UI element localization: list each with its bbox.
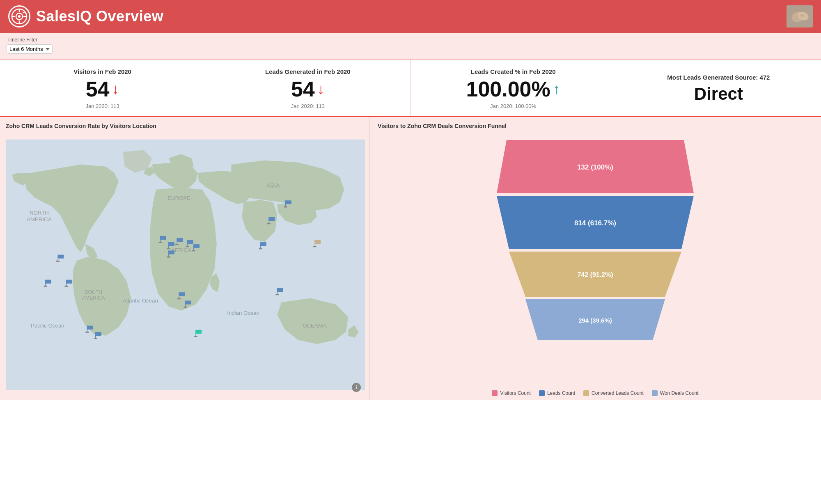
legend-label-visitors: Visitors Count bbox=[500, 390, 530, 396]
svg-rect-30 bbox=[67, 280, 72, 284]
svg-rect-42 bbox=[169, 242, 174, 246]
map-panel: Zoho CRM Leads Conversion Rate by Visito… bbox=[0, 117, 369, 400]
svg-rect-47 bbox=[175, 244, 179, 245]
svg-rect-38 bbox=[94, 338, 97, 339]
svg-text:AMERICA: AMERICA bbox=[82, 295, 105, 301]
leads-pct-trend-up-icon: ↑ bbox=[553, 82, 560, 96]
svg-text:132 (100%): 132 (100%) bbox=[577, 163, 613, 171]
legend-leads: Leads Count bbox=[539, 390, 575, 396]
svg-text:814 (616.7%): 814 (616.7%) bbox=[574, 219, 616, 227]
leads-trend-down-icon: ↓ bbox=[317, 82, 325, 96]
funnel-title: Visitors to Zoho CRM Deals Conversion Fu… bbox=[378, 123, 813, 129]
kpi-top-source: Most Leads Generated Source: 472 Direct bbox=[616, 60, 821, 116]
info-icon[interactable]: i bbox=[352, 383, 361, 392]
svg-text:Indian Ocean: Indian Ocean bbox=[227, 310, 259, 316]
map-container: Pacific Ocean Atlantic Ocean Indian Ocea… bbox=[6, 133, 365, 396]
svg-rect-66 bbox=[269, 217, 275, 221]
kpi-visitors: Visitors in Feb 2020 54 ↓ Jan 2020: 113 bbox=[0, 60, 205, 116]
kpi-visitors-sub: Jan 2020: 113 bbox=[85, 103, 119, 109]
map-title: Zoho CRM Leads Conversion Rate by Visito… bbox=[6, 123, 365, 129]
legend-label-converted: Converted Leads Count bbox=[592, 390, 644, 396]
world-map-svg: Pacific Ocean Atlantic Ocean Indian Ocea… bbox=[6, 133, 365, 396]
kpi-leads-pct-title: Leads Created % in Feb 2020 bbox=[471, 68, 556, 75]
svg-rect-63 bbox=[196, 330, 202, 334]
svg-rect-54 bbox=[169, 250, 174, 254]
kpi-leads-title: Leads Generated in Feb 2020 bbox=[265, 68, 351, 75]
svg-rect-60 bbox=[186, 301, 191, 305]
svg-rect-57 bbox=[179, 292, 185, 296]
bottom-section: Zoho CRM Leads Conversion Rate by Visito… bbox=[0, 117, 821, 400]
legend-won: Won Deals Count bbox=[652, 390, 699, 396]
svg-point-2 bbox=[18, 15, 21, 18]
svg-rect-74 bbox=[284, 206, 287, 208]
svg-text:ASIA: ASIA bbox=[266, 182, 280, 189]
kpi-leads-pct: Leads Created % in Feb 2020 100.00% ↑ Ja… bbox=[411, 60, 616, 116]
funnel-segment-1: 132 (100%) bbox=[378, 140, 813, 193]
svg-rect-48 bbox=[188, 240, 193, 244]
svg-rect-33 bbox=[87, 326, 93, 330]
legend-dot-visitors bbox=[492, 390, 498, 396]
legend-converted: Converted Leads Count bbox=[583, 390, 644, 396]
kpi-leads-value: 54 ↓ bbox=[291, 78, 325, 100]
visitors-trend-down-icon: ↓ bbox=[112, 82, 119, 96]
svg-rect-65 bbox=[194, 336, 197, 337]
kpi-visitors-title: Visitors in Feb 2020 bbox=[73, 68, 131, 75]
funnel-panel: Visitors to Zoho CRM Deals Conversion Fu… bbox=[369, 117, 821, 400]
svg-rect-39 bbox=[160, 236, 166, 240]
svg-rect-75 bbox=[315, 240, 321, 244]
kpi-visitors-value: 54 ↓ bbox=[86, 78, 119, 100]
svg-rect-62 bbox=[183, 307, 187, 308]
kpi-source-label: Most Leads Generated Source: 472 bbox=[667, 74, 770, 81]
legend-visitors: Visitors Count bbox=[492, 390, 530, 396]
kpi-leads: Leads Generated in Feb 2020 54 ↓ Jan 202… bbox=[205, 60, 410, 116]
svg-rect-26 bbox=[56, 261, 60, 262]
svg-rect-53 bbox=[192, 250, 195, 251]
app-title: SalesIQ Overview bbox=[36, 8, 163, 25]
svg-rect-29 bbox=[44, 286, 47, 287]
svg-rect-50 bbox=[186, 246, 189, 247]
legend-label-won: Won Deals Count bbox=[660, 390, 699, 396]
svg-rect-68 bbox=[267, 223, 271, 224]
svg-text:Atlantic Ocean: Atlantic Ocean bbox=[123, 298, 158, 304]
app-header: SalesIQ Overview bbox=[0, 0, 821, 33]
filter-bar: Timeline Filter Last 6 Months Last 3 Mon… bbox=[0, 33, 821, 60]
kpi-leads-pct-value: 100.00% ↑ bbox=[466, 78, 560, 100]
svg-rect-51 bbox=[194, 244, 200, 248]
funnel-legend: Visitors Count Leads Count Converted Lea… bbox=[378, 390, 813, 396]
svg-rect-80 bbox=[275, 294, 279, 295]
svg-rect-32 bbox=[64, 286, 68, 287]
svg-rect-45 bbox=[177, 238, 183, 242]
svg-rect-56 bbox=[167, 257, 170, 258]
svg-rect-72 bbox=[286, 200, 291, 204]
legend-label-leads: Leads Count bbox=[547, 390, 575, 396]
app-logo bbox=[8, 5, 30, 27]
svg-rect-71 bbox=[259, 248, 262, 249]
kpi-row: Visitors in Feb 2020 54 ↓ Jan 2020: 113 … bbox=[0, 60, 821, 117]
svg-rect-77 bbox=[313, 246, 316, 247]
svg-text:Pacific Ocean: Pacific Ocean bbox=[31, 323, 64, 329]
legend-dot-won bbox=[652, 390, 658, 396]
svg-rect-36 bbox=[96, 332, 101, 336]
svg-text:EUROPE: EUROPE bbox=[167, 195, 190, 201]
kpi-leads-sub: Jan 2020: 113 bbox=[291, 103, 325, 109]
svg-text:SOUTH: SOUTH bbox=[85, 289, 102, 295]
svg-rect-41 bbox=[158, 242, 162, 243]
kpi-leads-pct-sub: Jan 2020: 100.00% bbox=[490, 103, 536, 109]
svg-rect-27 bbox=[46, 280, 51, 284]
svg-rect-35 bbox=[85, 332, 89, 333]
svg-rect-69 bbox=[261, 242, 266, 246]
funnel-segment-3: 742 (91.2%) bbox=[378, 252, 813, 297]
svg-rect-59 bbox=[177, 298, 181, 299]
kpi-source-value: Direct bbox=[694, 84, 743, 104]
funnel-chart: 132 (100%) 814 (616.7%) 742 (91.2%) bbox=[378, 140, 813, 383]
svg-text:NORTH: NORTH bbox=[30, 210, 49, 216]
svg-rect-44 bbox=[167, 248, 170, 249]
timeline-filter[interactable]: Last 6 Months Last 3 Months Last Month L… bbox=[7, 44, 53, 54]
svg-rect-78 bbox=[277, 288, 283, 292]
legend-dot-converted bbox=[583, 390, 589, 396]
svg-text:294 (39.6%): 294 (39.6%) bbox=[578, 317, 612, 324]
user-avatar bbox=[787, 5, 813, 27]
legend-dot-leads bbox=[539, 390, 545, 396]
svg-text:OCEANIA: OCEANIA bbox=[303, 323, 327, 329]
funnel-segment-4: 294 (39.6%) bbox=[378, 299, 813, 340]
